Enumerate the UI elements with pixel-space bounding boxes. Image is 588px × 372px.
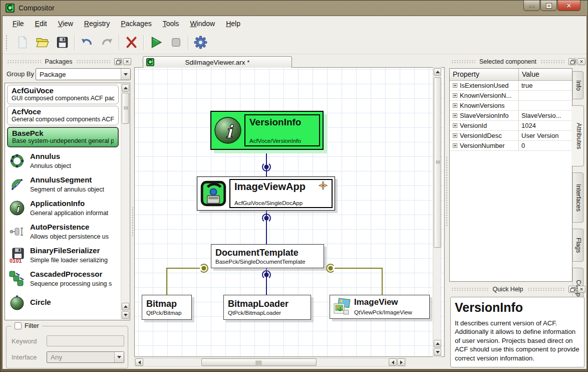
component-item-binaryfileserializer[interactable]: 0101 BinaryFileSerializerSimple file loa… [5, 243, 121, 267]
property-row[interactable]: SlaveVersionInfo SlaveVersio... [450, 111, 572, 121]
expand-icon[interactable] [453, 143, 457, 148]
property-row[interactable]: VersionId 1024 [450, 121, 572, 131]
component-item-annulussegment[interactable]: AnnulusSegmentSegment of annulus object [5, 172, 121, 196]
redo-button[interactable] [97, 33, 117, 52]
canvas-hscrollbar[interactable] [134, 358, 406, 366]
component-item-circle[interactable]: Circle [5, 290, 121, 314]
expand-icon[interactable] [453, 133, 457, 138]
navigation-compass-icon[interactable] [319, 181, 328, 190]
scroll-up-button[interactable] [434, 68, 441, 76]
filter-checkbox[interactable] [15, 322, 22, 329]
packages-scrollbar[interactable] [121, 84, 129, 319]
component-item-applicationinfo[interactable]: i ApplicationInfoGeneral application inf… [5, 196, 121, 220]
scroll-thumb[interactable] [201, 358, 317, 366]
quick-help-panel-header[interactable]: Quick Help ✕ [448, 285, 585, 294]
scroll-down-button[interactable] [434, 348, 441, 356]
delete-button[interactable] [121, 33, 141, 52]
save-file-button[interactable] [52, 33, 72, 52]
property-row[interactable]: KnownVersions [450, 101, 572, 111]
float-panel-button[interactable] [568, 58, 576, 65]
menu-registry[interactable]: Registry [84, 20, 110, 28]
menu-help[interactable]: Help [226, 20, 240, 28]
run-button[interactable] [146, 33, 166, 52]
component-item-cascadedprocessor[interactable]: CascadedProcessorSequence processing usi… [5, 267, 121, 290]
scroll-up-button[interactable] [122, 84, 129, 92]
diagram-canvas[interactable]: i VersionInfo AcfVoce/VersionInfo ImageV… [134, 67, 445, 357]
float-panel-button[interactable] [114, 58, 122, 65]
float-panel-button[interactable] [568, 286, 576, 293]
packages-panel-header[interactable]: Packages ✕ [4, 57, 131, 66]
node-documenttemplate[interactable]: DocumentTemplate BasePck/SingleDocumentT… [211, 244, 324, 268]
scroll-right-button[interactable] [397, 358, 405, 366]
menu-file[interactable]: File [13, 20, 24, 28]
scroll-up-button-2[interactable] [122, 303, 129, 310]
property-value[interactable] [519, 91, 572, 100]
expand-icon[interactable] [453, 83, 457, 88]
minimize-button[interactable] [523, 1, 540, 11]
interface-select[interactable]: Any [47, 351, 124, 363]
close-panel-button[interactable]: ✕ [123, 58, 131, 65]
tab-interfaces[interactable]: Interfaces [572, 172, 583, 223]
property-row[interactable]: VersionIdDesc User Version [450, 131, 572, 141]
node-imageview[interactable]: ImageView QtViewPck/ImageView [330, 295, 430, 319]
undo-button[interactable] [77, 33, 97, 52]
scroll-down-button[interactable] [122, 311, 129, 319]
menu-tools[interactable]: Tools [163, 20, 179, 28]
property-value[interactable]: SlaveVersio... [519, 111, 572, 120]
left-splitter[interactable] [132, 207, 134, 237]
property-value[interactable] [519, 101, 572, 110]
title-bar[interactable]: Compositor ✕ [1, 1, 587, 16]
stop-button[interactable] [166, 33, 186, 52]
menu-window[interactable]: Window [190, 20, 215, 28]
property-value[interactable]: User Version [519, 131, 572, 140]
tab-attributes[interactable]: Attributes [571, 105, 584, 166]
expand-icon[interactable] [453, 113, 457, 118]
property-row[interactable]: KnownVersionN... [450, 91, 572, 101]
close-panel-button[interactable]: ✕ [577, 58, 585, 65]
menu-edit[interactable]: Edit [35, 20, 47, 28]
node-bitmap[interactable]: Bitmap QtPck/Bitmap [142, 295, 192, 320]
scroll-thumb[interactable] [122, 93, 129, 124]
property-value[interactable]: 0 [519, 141, 572, 150]
selected-component-panel-header[interactable]: Selected component ✕ [448, 57, 585, 66]
tab-flags[interactable]: Flags [572, 229, 583, 262]
column-value[interactable]: Value [519, 69, 572, 80]
expand-icon[interactable] [453, 123, 457, 128]
open-file-button[interactable] [32, 33, 52, 52]
canvas-vscrollbar[interactable] [433, 67, 441, 357]
connection-port[interactable] [261, 161, 272, 172]
expand-icon[interactable] [453, 103, 457, 108]
maximize-button[interactable] [540, 1, 557, 11]
dropdown-button[interactable] [121, 69, 130, 80]
document-tab[interactable]: SdiImageViewer.arx * [143, 56, 292, 68]
node-bitmaploader[interactable]: BitmapLoader QtPck/BitmapLoader [223, 295, 311, 320]
connection-port[interactable] [261, 269, 272, 280]
package-card-basepck[interactable]: BasePck Base system-undependent general … [7, 127, 119, 147]
scroll-thumb[interactable] [434, 77, 441, 248]
property-row[interactable]: IsExtensionUsed true [450, 81, 572, 91]
scroll-left-button-2[interactable] [389, 358, 397, 366]
component-item-autopersistence[interactable]: AutoPersistenceAllows object persistence… [5, 220, 121, 243]
property-row[interactable]: VersionNumber 0 [450, 141, 572, 151]
connection-port[interactable] [261, 213, 272, 224]
expand-icon[interactable] [453, 93, 457, 98]
menu-view[interactable]: View [58, 20, 73, 28]
right-splitter[interactable] [446, 156, 448, 227]
node-imageviewapp[interactable]: ImageViewApp AcfGuiVoce/SingleDocApp [197, 176, 335, 211]
keyword-input[interactable] [47, 335, 124, 346]
property-value[interactable]: true [519, 81, 572, 90]
scroll-left-button[interactable] [135, 358, 143, 366]
group-by-select[interactable]: Package [36, 68, 131, 80]
dropdown-button[interactable] [114, 352, 124, 362]
close-button[interactable]: ✕ [557, 1, 580, 11]
connection-port[interactable] [325, 263, 336, 274]
package-card-acfguivoce[interactable]: AcfGuiVoce GUI composed components ACF p… [7, 85, 119, 104]
node-versioninfo[interactable]: i VersionInfo AcfVoce/VersionInfo [210, 111, 324, 150]
connection-port[interactable] [198, 263, 209, 274]
column-property[interactable]: Property [450, 69, 519, 80]
tab-info[interactable]: Info [572, 71, 583, 99]
package-card-acfvoce[interactable]: AcfVoce General composed components ACF [7, 106, 119, 125]
new-file-button[interactable] [12, 33, 32, 52]
property-table-header[interactable]: Property Value [450, 69, 572, 81]
property-value[interactable]: 1024 [519, 121, 572, 130]
